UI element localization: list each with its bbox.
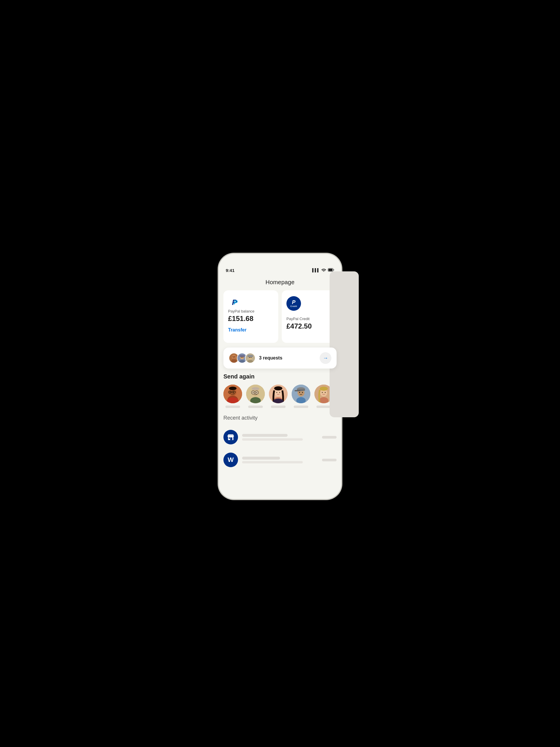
svg-point-39 — [257, 392, 257, 393]
contact-name-2 — [248, 406, 263, 408]
paypal-logo: P P — [228, 296, 241, 309]
contact-avatar-3 — [269, 385, 288, 403]
page-title-bar: Homepage — [219, 277, 341, 290]
svg-rect-53 — [295, 390, 300, 391]
store-icon-circle — [223, 430, 238, 444]
paypal-credit-logo: P Credit — [287, 296, 301, 311]
svg-point-6 — [232, 355, 236, 359]
recent-activity-title: Recent activity — [223, 415, 337, 421]
paypal-credit-amount: £472.50 — [287, 322, 332, 330]
background-blob — [329, 272, 359, 417]
contact-avatar-4 — [292, 385, 310, 403]
svg-point-40 — [252, 387, 259, 390]
svg-rect-12 — [239, 355, 245, 357]
signal-icon: ▌▌▌ — [312, 268, 320, 272]
contacts-row — [223, 385, 337, 408]
paypal-balance-card[interactable]: P P PayPal balance £151.68 Transfer — [223, 290, 278, 343]
svg-point-61 — [325, 392, 326, 393]
svg-point-31 — [229, 387, 237, 390]
svg-point-46 — [279, 392, 280, 393]
svg-point-29 — [230, 392, 231, 393]
phone-shell: 9:41 ▌▌▌ — [219, 254, 341, 499]
main-content: P P PayPal balance £151.68 Transfer P Cr… — [219, 290, 341, 499]
contact-name-5 — [317, 406, 331, 408]
credit-badge-text: Credit — [290, 305, 297, 307]
contact-item-4[interactable] — [292, 385, 310, 408]
paypal-credit-label: PayPal Credit — [287, 317, 332, 321]
requests-arrow-button[interactable]: → — [320, 352, 331, 364]
w-icon-circle: W — [223, 453, 238, 467]
activity-amount-2 — [322, 459, 337, 461]
w-letter: W — [228, 456, 234, 464]
contact-avatar-2 — [246, 385, 265, 403]
paypal-credit-card[interactable]: P Credit PayPal Credit £472.50 — [282, 290, 337, 343]
paypal-balance-amount: £151.68 — [228, 314, 273, 323]
svg-rect-64 — [230, 437, 232, 440]
svg-point-21 — [250, 357, 251, 358]
status-icons: ▌▌▌ — [312, 268, 334, 273]
requests-avatars — [229, 353, 256, 363]
contact-name-1 — [225, 406, 240, 408]
svg-rect-63 — [229, 437, 230, 439]
svg-point-54 — [299, 392, 300, 393]
activity-details-2 — [242, 457, 318, 463]
wifi-icon — [321, 268, 326, 273]
svg-point-20 — [249, 357, 250, 358]
send-again-section: Send again — [223, 373, 337, 408]
svg-point-44 — [274, 386, 282, 390]
svg-point-14 — [241, 357, 242, 358]
svg-point-30 — [233, 392, 234, 393]
activity-line-2b — [242, 461, 303, 463]
svg-point-45 — [276, 392, 277, 393]
svg-point-8 — [233, 356, 234, 357]
contact-avatar-1 — [223, 385, 242, 403]
contact-name-4 — [294, 406, 308, 408]
contact-item-2[interactable] — [246, 385, 265, 408]
svg-text:P: P — [234, 299, 238, 306]
activity-line-2a — [242, 457, 280, 460]
svg-rect-18 — [247, 355, 253, 357]
svg-point-15 — [242, 357, 243, 358]
arrow-right-icon: → — [323, 355, 328, 361]
paypal-balance-label: PayPal balance — [228, 309, 273, 313]
activity-details-1 — [242, 434, 318, 441]
activity-item-1[interactable] — [223, 426, 337, 448]
transfer-link[interactable]: Transfer — [228, 327, 273, 333]
activity-line-1b — [242, 438, 303, 441]
svg-point-9 — [234, 356, 235, 357]
status-bar: 9:41 ▌▌▌ — [219, 264, 341, 277]
svg-point-59 — [320, 387, 328, 391]
requests-notification-card[interactable]: 3 requests → — [223, 347, 337, 368]
activity-line-1a — [242, 434, 288, 437]
svg-point-38 — [253, 392, 254, 393]
scene: 9:41 ▌▌▌ — [204, 242, 356, 505]
contact-name-3 — [271, 406, 286, 408]
recent-activity-section: Recent activity — [223, 415, 337, 471]
contact-item-3[interactable] — [269, 385, 288, 408]
svg-point-60 — [322, 392, 323, 393]
send-again-title: Send again — [223, 373, 337, 380]
page-title: Homepage — [224, 279, 336, 286]
status-time: 9:41 — [226, 268, 235, 273]
contact-item-1[interactable] — [223, 385, 242, 408]
svg-rect-1 — [328, 269, 332, 271]
balance-cards-row: P P PayPal balance £151.68 Transfer P Cr… — [223, 290, 337, 343]
activity-amount-1 — [322, 436, 337, 439]
request-avatar-3 — [245, 353, 256, 363]
requests-count-text: 3 requests — [259, 355, 316, 361]
notch — [263, 254, 297, 264]
activity-item-2[interactable]: W — [223, 448, 337, 471]
credit-p-letter: P — [292, 300, 295, 305]
svg-point-55 — [302, 392, 303, 393]
